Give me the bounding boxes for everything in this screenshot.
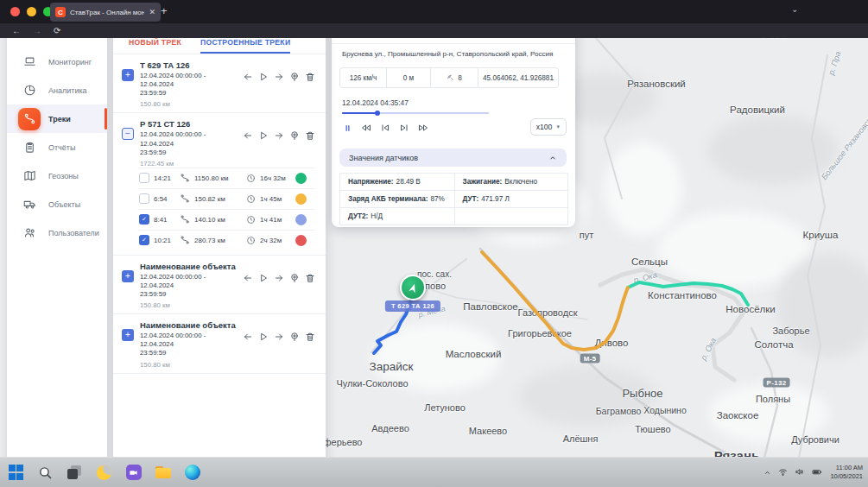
go-track-start-button[interactable] bbox=[243, 332, 253, 368]
clock-icon bbox=[246, 174, 256, 183]
tray-chevron-icon[interactable] bbox=[763, 465, 771, 480]
file-explorer-icon[interactable] bbox=[155, 466, 171, 478]
focus-track-button[interactable] bbox=[289, 130, 300, 167]
volume-icon[interactable] bbox=[795, 465, 804, 480]
vehicle-track-bubble[interactable]: Т 629 ТА 126 bbox=[385, 300, 440, 312]
slider-handle[interactable] bbox=[375, 111, 380, 116]
taskbar-button[interactable] bbox=[154, 464, 172, 482]
step-forward-icon[interactable] bbox=[399, 121, 409, 136]
delete-track-button[interactable] bbox=[305, 273, 315, 309]
tab-list-chevron-icon[interactable]: ⌄ bbox=[791, 4, 798, 14]
minimize-window-button[interactable] bbox=[27, 7, 36, 16]
go-track-end-button[interactable] bbox=[274, 130, 284, 167]
sidebar-item-отчёты[interactable]: Отчёты bbox=[7, 133, 107, 161]
sidebar-item-пользователи[interactable]: Пользователи bbox=[7, 218, 107, 247]
rewind-icon[interactable] bbox=[361, 121, 371, 136]
forward-icon[interactable]: → bbox=[33, 26, 41, 35]
segment-distance: 150.82 км bbox=[194, 195, 242, 203]
window-controls[interactable] bbox=[10, 7, 53, 16]
segment-color-dot[interactable] bbox=[295, 173, 307, 184]
focus-track-button[interactable] bbox=[289, 72, 300, 108]
new-tab-button[interactable]: + bbox=[161, 4, 168, 17]
track-date-range: 12.04.2024 00:00:00 - 12.04.2024 bbox=[140, 72, 237, 89]
delete-track-button[interactable] bbox=[305, 72, 315, 108]
segment-color-dot[interactable] bbox=[295, 193, 307, 205]
fast-forward-icon[interactable] bbox=[418, 121, 428, 136]
moon-app-icon[interactable] bbox=[97, 465, 111, 480]
windows-start-icon[interactable] bbox=[9, 465, 24, 480]
browser-tabstrip: С СтавТрак - Онлайн мониторин ✕ + ⌄ bbox=[0, 0, 868, 23]
track-date-range: 23:59:59 bbox=[140, 290, 237, 299]
edge-browser-icon[interactable] bbox=[185, 465, 200, 480]
focus-track-button[interactable] bbox=[289, 273, 300, 309]
browser-tab[interactable]: С СтавТрак - Онлайн мониторин ✕ bbox=[50, 3, 161, 22]
playback-speed-select[interactable]: x100▼ bbox=[530, 118, 567, 136]
pause-icon[interactable] bbox=[343, 121, 352, 136]
sensors-section-header[interactable]: Значения датчиков bbox=[339, 149, 567, 167]
track-name: Наименование объекта bbox=[140, 320, 237, 330]
segment-checkbox-checked[interactable]: ✓ bbox=[139, 235, 149, 245]
task-view-icon[interactable] bbox=[67, 465, 82, 480]
satellites-value: 8 bbox=[458, 74, 462, 82]
go-track-start-button[interactable] bbox=[243, 273, 253, 309]
play-track-button[interactable] bbox=[258, 332, 269, 368]
sidebar-item-геозоны[interactable]: Геозоны bbox=[7, 161, 107, 190]
tab-new-track[interactable]: НОВЫЙ ТРЕК bbox=[129, 38, 181, 54]
back-icon[interactable]: ← bbox=[12, 26, 21, 35]
taskbar-button[interactable] bbox=[124, 464, 143, 482]
track-distance: 150.80 км bbox=[140, 100, 237, 108]
go-track-start-button[interactable] bbox=[243, 130, 253, 167]
vehicle-marker[interactable] bbox=[400, 275, 426, 300]
search-icon[interactable] bbox=[38, 465, 53, 480]
close-window-button[interactable] bbox=[10, 7, 20, 16]
delete-track-button[interactable] bbox=[305, 130, 315, 167]
sensor-cell: ДУТ:471.97 Л bbox=[454, 191, 568, 207]
expand-track-icon[interactable]: + bbox=[122, 329, 134, 341]
step-back-icon[interactable] bbox=[380, 121, 390, 136]
track-item-texts: Т 629 ТА 12612.04.2024 00:00:00 - 12.04.… bbox=[140, 60, 237, 108]
playback-slider[interactable] bbox=[342, 111, 489, 114]
taskbar-button[interactable] bbox=[183, 464, 201, 482]
go-track-start-button[interactable] bbox=[243, 72, 253, 108]
track-date-range: 23:59:59 bbox=[140, 89, 237, 98]
track-item-texts: Наименование объекта12.04.2024 00:00:00 … bbox=[140, 262, 237, 309]
sensor-cell: ДУТ2:Н/Д bbox=[340, 208, 454, 225]
expand-track-icon[interactable]: + bbox=[122, 69, 134, 81]
focus-track-button[interactable] bbox=[289, 332, 300, 368]
route-icon bbox=[180, 193, 190, 204]
taskbar-button[interactable] bbox=[7, 464, 25, 482]
sensor-cell: Зажигание:Включено bbox=[454, 174, 568, 190]
delete-track-button[interactable] bbox=[305, 332, 315, 368]
video-chat-icon[interactable] bbox=[126, 465, 142, 480]
segment-color-dot[interactable] bbox=[295, 235, 307, 246]
taskbar-clock[interactable]: 11:00 AM 10/05/2021 bbox=[830, 464, 863, 481]
segment-checkbox-checked[interactable]: ✓ bbox=[139, 214, 149, 225]
sidebar-item-мониторинг[interactable]: Мониторинг bbox=[7, 47, 107, 76]
wifi-icon[interactable] bbox=[778, 465, 788, 480]
track-date-range: 12.04.2024 00:00:00 - 12.04.2024 bbox=[140, 273, 237, 290]
expand-track-icon[interactable]: + bbox=[122, 270, 134, 282]
reload-icon[interactable]: ⟳ bbox=[54, 26, 60, 35]
tab-close-icon[interactable]: ✕ bbox=[149, 8, 155, 16]
taskbar-button[interactable] bbox=[95, 464, 113, 482]
track-date-range: 12.04.2024 00:00:00 - 12.04.2024 bbox=[140, 130, 237, 148]
taskbar-button[interactable] bbox=[66, 464, 84, 482]
go-track-end-button[interactable] bbox=[274, 72, 284, 108]
segment-checkbox[interactable] bbox=[139, 193, 149, 204]
clock-icon bbox=[246, 194, 256, 204]
sidebar-item-объекты[interactable]: Объекты bbox=[7, 190, 107, 218]
go-track-end-button[interactable] bbox=[274, 273, 284, 309]
play-track-button[interactable] bbox=[258, 273, 269, 309]
go-track-end-button[interactable] bbox=[274, 332, 284, 368]
play-track-button[interactable] bbox=[258, 130, 269, 167]
tab-built-tracks[interactable]: ПОСТРОЕННЫЕ ТРЕКИ bbox=[200, 38, 290, 54]
sidebar-item-аналитика[interactable]: Аналитика bbox=[7, 76, 107, 104]
segment-checkbox[interactable] bbox=[139, 173, 149, 183]
sidebar-item-треки[interactable]: Треки bbox=[7, 104, 107, 133]
track-list-item: +Наименование объекта12.04.2024 00:00:00… bbox=[113, 256, 326, 314]
battery-icon[interactable] bbox=[811, 465, 823, 480]
play-track-button[interactable] bbox=[258, 72, 269, 108]
taskbar-button[interactable] bbox=[36, 464, 54, 482]
collapse-track-icon[interactable]: − bbox=[122, 128, 134, 140]
segment-color-dot[interactable] bbox=[295, 214, 307, 225]
